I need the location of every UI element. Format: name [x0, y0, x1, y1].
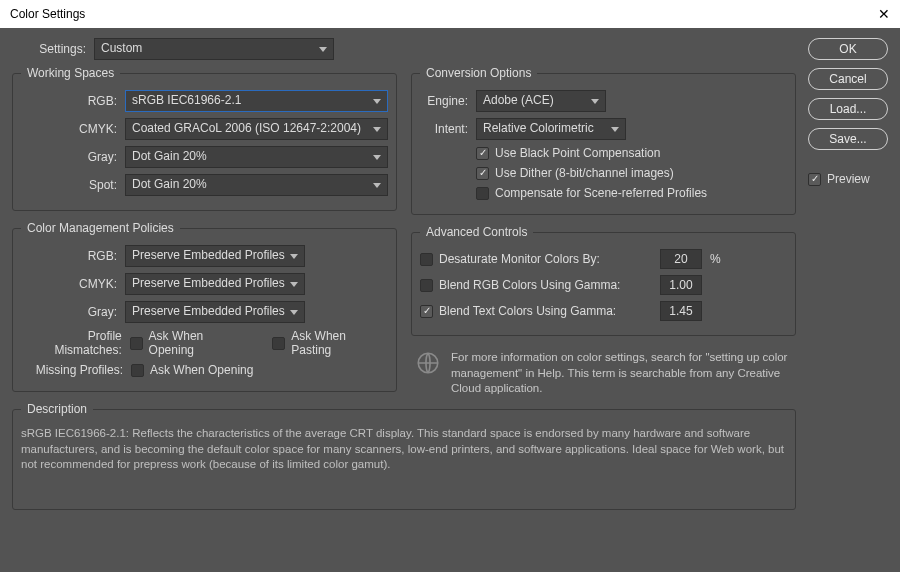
pol-missing-label: Missing Profiles:	[21, 363, 131, 377]
globe-icon	[415, 350, 441, 381]
advanced-group: Advanced Controls Desaturate Monitor Col…	[411, 225, 796, 336]
save-button[interactable]: Save...	[808, 128, 888, 150]
close-icon[interactable]: ✕	[878, 6, 890, 22]
blend-rgb-checkbox[interactable]: Blend RGB Colors Using Gamma:	[420, 278, 660, 292]
ws-spot-label: Spot:	[21, 178, 125, 192]
desaturate-checkbox[interactable]: Desaturate Monitor Colors By:	[420, 252, 660, 266]
advanced-legend: Advanced Controls	[420, 225, 533, 239]
blend-text-value[interactable]: 1.45	[660, 301, 702, 321]
missing-open-checkbox[interactable]: Ask When Opening	[131, 363, 253, 377]
preview-checkbox[interactable]: Preview	[808, 172, 888, 186]
missing-open-label: Ask When Opening	[150, 363, 253, 377]
desaturate-value[interactable]: 20	[660, 249, 702, 269]
cancel-button[interactable]: Cancel	[808, 68, 888, 90]
info-area: For more information on color settings, …	[411, 346, 796, 397]
blend-rgb-value[interactable]: 1.00	[660, 275, 702, 295]
mismatch-open-label: Ask When Opening	[149, 329, 251, 357]
compensate-checkbox[interactable]: Compensate for Scene-referred Profiles	[476, 186, 707, 200]
blend-rgb-label: Blend RGB Colors Using Gamma:	[439, 278, 620, 292]
description-legend: Description	[21, 402, 93, 416]
pol-cmyk-label: CMYK:	[21, 277, 125, 291]
bpc-checkbox[interactable]: Use Black Point Compensation	[476, 146, 660, 160]
ws-rgb-label: RGB:	[21, 94, 125, 108]
working-spaces-legend: Working Spaces	[21, 66, 120, 80]
conversion-legend: Conversion Options	[420, 66, 537, 80]
dither-checkbox[interactable]: Use Dither (8-bit/channel images)	[476, 166, 674, 180]
ws-gray-select[interactable]: Dot Gain 20%	[125, 146, 388, 168]
conv-intent-label: Intent:	[420, 122, 476, 136]
blend-text-label: Blend Text Colors Using Gamma:	[439, 304, 616, 318]
pol-gray-select[interactable]: Preserve Embedded Profiles	[125, 301, 305, 323]
pol-cmyk-select[interactable]: Preserve Embedded Profiles	[125, 273, 305, 295]
pol-mismatch-label: Profile Mismatches:	[21, 329, 130, 357]
conv-intent-select[interactable]: Relative Colorimetric	[476, 118, 626, 140]
mismatch-paste-label: Ask When Pasting	[291, 329, 388, 357]
conv-engine-select[interactable]: Adobe (ACE)	[476, 90, 606, 112]
preview-label: Preview	[827, 172, 870, 186]
window-title: Color Settings	[10, 7, 85, 21]
description-text: sRGB IEC61966-2.1: Reflects the characte…	[21, 426, 787, 473]
ws-gray-label: Gray:	[21, 150, 125, 164]
settings-select[interactable]: Custom	[94, 38, 334, 60]
settings-label: Settings:	[12, 42, 94, 56]
ws-cmyk-label: CMYK:	[21, 122, 125, 136]
ws-spot-select[interactable]: Dot Gain 20%	[125, 174, 388, 196]
policies-legend: Color Management Policies	[21, 221, 180, 235]
compensate-label: Compensate for Scene-referred Profiles	[495, 186, 707, 200]
ws-rgb-select[interactable]: sRGB IEC61966-2.1	[125, 90, 388, 112]
blend-text-checkbox[interactable]: Blend Text Colors Using Gamma:	[420, 304, 660, 318]
percent-label: %	[702, 252, 721, 266]
desaturate-label: Desaturate Monitor Colors By:	[439, 252, 600, 266]
pol-gray-label: Gray:	[21, 305, 125, 319]
pol-rgb-label: RGB:	[21, 249, 125, 263]
description-group: Description sRGB IEC61966-2.1: Reflects …	[12, 402, 796, 510]
titlebar: Color Settings ✕	[0, 0, 900, 28]
ws-cmyk-select[interactable]: Coated GRACoL 2006 (ISO 12647-2:2004)	[125, 118, 388, 140]
mismatch-paste-checkbox[interactable]: Ask When Pasting	[272, 329, 388, 357]
bpc-label: Use Black Point Compensation	[495, 146, 660, 160]
conv-engine-label: Engine:	[420, 94, 476, 108]
mismatch-open-checkbox[interactable]: Ask When Opening	[130, 329, 251, 357]
load-button[interactable]: Load...	[808, 98, 888, 120]
dither-label: Use Dither (8-bit/channel images)	[495, 166, 674, 180]
working-spaces-group: Working Spaces RGB:sRGB IEC61966-2.1 CMY…	[12, 66, 397, 211]
policies-group: Color Management Policies RGB:Preserve E…	[12, 221, 397, 392]
info-text: For more information on color settings, …	[451, 350, 796, 397]
pol-rgb-select[interactable]: Preserve Embedded Profiles	[125, 245, 305, 267]
ok-button[interactable]: OK	[808, 38, 888, 60]
conversion-group: Conversion Options Engine:Adobe (ACE) In…	[411, 66, 796, 215]
